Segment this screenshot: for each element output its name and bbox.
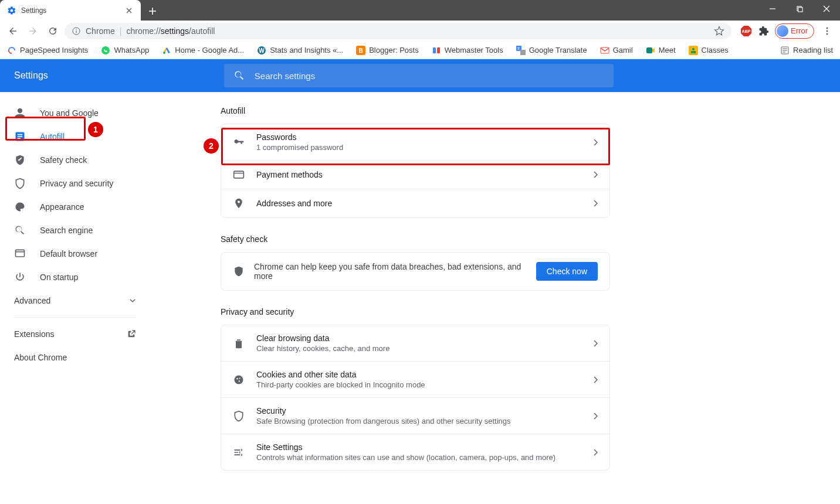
cookies-row[interactable]: Cookies and other site dataThird-party c… <box>221 361 609 397</box>
chrome-menu-button[interactable] <box>819 23 835 39</box>
row-subtitle: Controls what information sites can use … <box>256 453 581 462</box>
chevron-right-icon <box>593 171 598 178</box>
payment-methods-row[interactable]: Payment methods <box>221 160 609 189</box>
browser-tab[interactable]: Settings <box>0 0 141 21</box>
sidebar-item-search-engine[interactable]: Search engine <box>0 219 143 242</box>
minimize-button[interactable] <box>759 0 786 18</box>
url-path-rest: /autofill <box>189 26 215 36</box>
svg-rect-26 <box>16 250 25 257</box>
key-icon <box>233 137 245 148</box>
settings-search[interactable] <box>224 64 614 87</box>
window-controls <box>759 0 840 18</box>
reading-list-button[interactable]: Reading list <box>778 45 835 56</box>
site-settings-row[interactable]: Site SettingsControls what information s… <box>221 434 609 470</box>
meet-icon <box>646 46 655 55</box>
svg-rect-18 <box>520 50 526 55</box>
autofill-icon <box>14 131 26 142</box>
close-tab-button[interactable] <box>124 6 134 15</box>
sidebar-about-link[interactable]: About Chrome <box>0 346 150 369</box>
bookmark-item[interactable]: 文Google Translate <box>514 45 590 56</box>
whatsapp-icon <box>101 46 110 55</box>
forward-button[interactable] <box>25 23 41 39</box>
chevron-down-icon <box>129 297 136 304</box>
address-bar[interactable]: Chrome | chrome://settings/autofill <box>65 23 731 39</box>
svg-point-23 <box>692 48 695 50</box>
profile-error-text: Error <box>791 26 808 35</box>
bookmark-item[interactable]: WStats and Insights «... <box>255 45 346 56</box>
svg-point-29 <box>236 378 238 380</box>
bookmark-item[interactable]: Webmaster Tools <box>429 45 506 56</box>
row-title: Clear browsing data <box>256 333 581 343</box>
extensions-puzzle-icon[interactable] <box>757 25 770 38</box>
bookmark-item[interactable]: WhatsApp <box>99 45 151 56</box>
chevron-right-icon <box>593 200 598 207</box>
svg-rect-1 <box>798 7 802 11</box>
sidebar-item-appearance[interactable]: Appearance <box>0 195 143 219</box>
row-title: Passwords <box>256 132 581 142</box>
reload-button[interactable] <box>45 23 61 39</box>
toolbar: Chrome | chrome://settings/autofill ABP … <box>0 21 840 42</box>
svg-point-6 <box>827 30 828 32</box>
bookmark-item[interactable]: Gamil <box>598 45 635 56</box>
divider <box>14 317 136 318</box>
row-title: Security <box>256 406 581 416</box>
sidebar-extensions-link[interactable]: Extensions <box>0 322 150 346</box>
new-tab-button[interactable] <box>144 3 161 19</box>
autofill-card: Passwords1 compromised password Payment … <box>221 124 610 218</box>
section-title-privacy: Privacy and security <box>221 307 840 316</box>
shield-icon <box>233 265 245 277</box>
svg-point-9 <box>101 46 110 55</box>
window-titlebar: Settings <box>0 0 840 21</box>
person-icon <box>14 107 26 119</box>
bookmark-item[interactable]: BBlogger: Posts <box>354 45 421 56</box>
settings-search-input[interactable] <box>255 71 604 81</box>
url-label: Chrome <box>86 26 115 36</box>
section-title-safety: Safety check <box>221 234 840 244</box>
svg-point-10 <box>163 52 165 54</box>
safety-text: Chrome can help keep you safe from data … <box>254 262 527 281</box>
back-button[interactable] <box>5 23 21 39</box>
sidebar-item-autofill[interactable]: Autofill <box>0 125 143 148</box>
bookmarks-bar: PageSpeed Insights WhatsApp Home - Googl… <box>0 42 840 59</box>
palette-icon <box>14 201 26 213</box>
security-row[interactable]: SecuritySafe Browsing (protection from d… <box>221 397 609 434</box>
bookmark-item[interactable]: Home - Google Ad... <box>160 45 246 56</box>
settings-header: Settings <box>0 59 840 92</box>
maximize-button[interactable] <box>786 0 813 18</box>
bookmark-item[interactable]: Meet <box>643 45 678 56</box>
abp-extension-icon[interactable]: ABP <box>740 25 753 38</box>
sidebar-item-privacy[interactable]: Privacy and security <box>0 172 143 195</box>
profile-chip[interactable]: Error <box>775 23 814 39</box>
sidebar-item-default-browser[interactable]: Default browser <box>0 242 143 265</box>
bookmark-item[interactable]: PageSpeed Insights <box>5 45 90 56</box>
arrow-right-icon <box>28 26 38 36</box>
more-vert-icon <box>822 26 832 36</box>
section-title-autofill: Autofill <box>221 106 840 115</box>
passwords-row[interactable]: Passwords1 compromised password <box>221 124 609 160</box>
svg-text:ABP: ABP <box>742 29 751 33</box>
star-icon[interactable] <box>714 26 724 36</box>
trash-icon <box>233 338 245 349</box>
sidebar-item-safety-check[interactable]: Safety check <box>0 148 143 172</box>
plus-icon <box>148 7 157 15</box>
check-now-button[interactable]: Check now <box>536 262 598 281</box>
open-in-new-icon <box>127 329 136 339</box>
addresses-row[interactable]: Addresses and more <box>221 189 609 217</box>
svg-point-30 <box>239 377 241 379</box>
sidebar-item-you-and-google[interactable]: You and Google <box>0 101 143 125</box>
close-window-button[interactable] <box>813 0 840 18</box>
site-info-icon <box>72 26 81 36</box>
sidebar-item-on-startup[interactable]: On startup <box>0 265 143 289</box>
chevron-right-icon <box>593 340 598 347</box>
close-icon <box>126 8 132 13</box>
chevron-right-icon <box>593 376 598 383</box>
svg-rect-20 <box>601 47 609 53</box>
sidebar-advanced-toggle[interactable]: Advanced <box>0 289 150 312</box>
svg-rect-15 <box>433 47 436 53</box>
clear-browsing-data-row[interactable]: Clear browsing dataClear history, cookie… <box>221 325 609 361</box>
google-ads-icon <box>162 46 171 55</box>
reading-list-icon <box>780 46 790 55</box>
avatar-icon <box>777 25 788 37</box>
power-icon <box>14 271 26 283</box>
bookmark-item[interactable]: Classes <box>686 45 731 56</box>
